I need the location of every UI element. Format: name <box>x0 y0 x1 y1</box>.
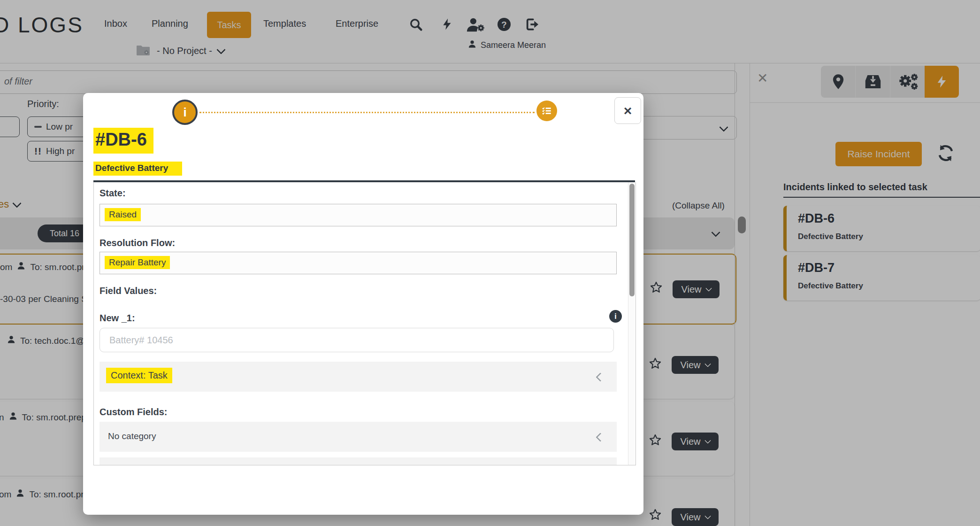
incident-dialog: × i #DB-6 Defective Battery State: Raise… <box>83 93 643 515</box>
dialog-close-button[interactable]: × <box>614 97 641 124</box>
info-glyph: i <box>183 105 186 120</box>
context-label: Context: Task <box>106 368 172 383</box>
info-glyph: i <box>614 312 616 321</box>
info-step-icon[interactable]: i <box>172 100 198 125</box>
state-label: State: <box>100 188 126 199</box>
dialog-body: State: Raised Resolution Flow: Repair Ba… <box>93 182 636 465</box>
no-category-section-header[interactable]: No category <box>100 422 617 452</box>
checklist-step-icon[interactable] <box>536 101 557 121</box>
context-section-header[interactable]: Context: Task <box>100 362 617 392</box>
incident-title-text: Defective Battery <box>93 162 182 176</box>
no-category-label: No category <box>108 431 156 441</box>
state-field: Raised <box>100 204 617 226</box>
battery-number-input[interactable] <box>100 328 614 352</box>
resolution-flow-label: Resolution Flow: <box>100 238 175 248</box>
field-info-icon[interactable]: i <box>609 310 622 323</box>
custom-fields-label: Custom Fields: <box>100 407 167 418</box>
chevron-left-icon[interactable] <box>596 372 605 382</box>
field-values-label: Field Values: <box>100 286 157 296</box>
chevron-left-icon[interactable] <box>596 433 605 442</box>
incident-id-text: #DB-6 <box>93 128 153 154</box>
custom-field-label: New _1: <box>100 313 135 324</box>
partial-section <box>100 457 617 465</box>
resolution-flow-field: Repair Battery <box>100 252 617 274</box>
step-connector <box>199 112 535 113</box>
resolution-flow-value: Repair Battery <box>105 256 170 269</box>
incident-id-heading: #DB-6 <box>93 128 153 154</box>
dialog-scrollbar-thumb[interactable] <box>629 184 635 296</box>
app: D LOGS Inbox Planning Tasks Templates En… <box>0 0 980 526</box>
incident-title-heading: Defective Battery <box>93 162 182 176</box>
state-value: Raised <box>105 208 141 221</box>
checklist-glyph <box>541 105 553 117</box>
